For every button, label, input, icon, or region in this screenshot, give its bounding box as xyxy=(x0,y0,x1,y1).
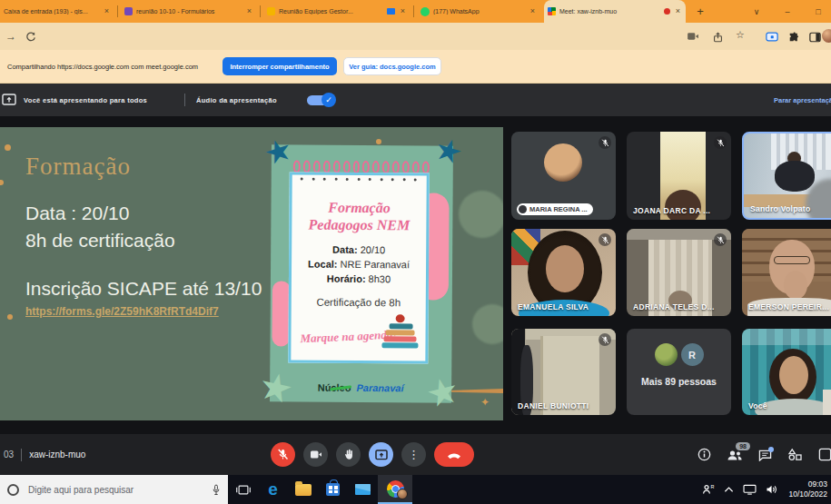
raise-hand-button[interactable] xyxy=(336,442,361,467)
tab-gmail[interactable]: Caixa de entrada (193) - gis... × xyxy=(0,0,114,23)
participant-head xyxy=(665,190,701,220)
new-tab-button[interactable]: + xyxy=(692,0,708,23)
windows-taskbar: e R xyxy=(0,475,831,504)
decor-dot xyxy=(0,180,4,185)
participant-tile-adriana[interactable]: ADRIANA TELES D... xyxy=(627,229,731,316)
mic-off-icon xyxy=(599,136,611,149)
tab-close-icon[interactable]: × xyxy=(674,7,682,15)
file-explorer-icon[interactable] xyxy=(288,475,318,504)
tab-slides[interactable]: Reunião Equipes Gestor... × xyxy=(263,0,411,23)
recording-dot-icon xyxy=(664,8,670,15)
volume-icon[interactable] xyxy=(766,484,778,495)
reload-icon[interactable] xyxy=(25,31,36,42)
white-object xyxy=(823,390,831,415)
tab-close-icon[interactable]: × xyxy=(245,7,253,15)
curtain-top-light xyxy=(742,329,831,345)
window-minimize-button[interactable]: – xyxy=(779,0,796,23)
media-control-icon[interactable] xyxy=(688,32,699,41)
participant-name: MARIA REGINA ... xyxy=(529,205,588,213)
clock-fragment: 03 xyxy=(4,450,14,460)
mini-avatar xyxy=(519,205,527,213)
microsoft-store-icon[interactable] xyxy=(318,475,348,504)
more-options-button[interactable]: ⋮ xyxy=(401,442,426,467)
participant-tile-emanuela[interactable]: EMANUELA SILVA xyxy=(511,229,616,316)
system-tray: R 09:03 10/10/2022 xyxy=(702,479,831,499)
participant-name: JOANA DARC DA ... xyxy=(633,206,710,215)
activities-icon[interactable] xyxy=(787,448,803,461)
taskbar-search[interactable] xyxy=(0,475,228,504)
people-tray-icon[interactable]: R xyxy=(702,484,715,495)
tab-close-icon[interactable]: × xyxy=(529,7,537,15)
star-icon: ★ xyxy=(261,133,296,171)
decor-dot xyxy=(376,139,381,144)
side-panel-icon[interactable] xyxy=(809,32,821,43)
tray-expand-chevron-icon[interactable] xyxy=(724,486,734,493)
host-controls-icon[interactable] xyxy=(818,448,831,461)
overflow-avatar-photo xyxy=(655,343,678,366)
view-tab-button[interactable]: Ver guia: docs.google.com xyxy=(343,57,441,75)
participants-icon[interactable]: 98 xyxy=(727,449,743,461)
meeting-details-icon[interactable] xyxy=(697,448,711,461)
tab-title: Meet: xaw-iznb-muo xyxy=(559,8,660,15)
cortana-icon xyxy=(7,484,19,496)
meeting-panel-icons: 98 xyxy=(697,434,831,475)
present-now-button[interactable] xyxy=(369,442,393,467)
tab-close-icon[interactable]: × xyxy=(399,7,407,15)
tab-meet-active[interactable]: Meet: xaw-iznb-muo × xyxy=(544,0,686,23)
slide-form-link[interactable]: https://forms.gle/2Z59hK8RfRTd4Dif7 xyxy=(25,305,219,318)
note-field: Horário: 8h30 xyxy=(292,271,426,286)
participant-name-pill: MARIA REGINA ... xyxy=(517,203,593,215)
decor-dot xyxy=(5,144,11,151)
slide-line-cert: 8h de certificação xyxy=(25,227,175,254)
taskbar-search-input[interactable] xyxy=(26,484,204,496)
note-title: Formação Pedagogos NEM xyxy=(292,198,426,233)
presentation-audio-label: Áudio da apresentação xyxy=(196,84,277,116)
call-buttons: ⋮ xyxy=(271,442,474,467)
window-maximize-button[interactable]: □ xyxy=(810,0,826,23)
stop-presenting-link[interactable]: Parar apresentação xyxy=(774,84,831,116)
pip-extension-icon[interactable] xyxy=(766,32,778,42)
slide-line-date: Data : 20/10 xyxy=(25,200,175,227)
tab-forms[interactable]: reunião 10-10 - Formulários × xyxy=(121,0,257,23)
share-icon[interactable] xyxy=(713,32,723,43)
mic-off-icon xyxy=(714,233,727,246)
network-icon[interactable] xyxy=(743,484,757,495)
tab-media-indicator xyxy=(387,8,395,15)
audio-toggle[interactable]: ✓ xyxy=(307,95,334,105)
profile-avatar[interactable] xyxy=(822,29,831,43)
note-field: Data: 20/10 xyxy=(292,242,426,257)
participant-tile-sandro[interactable]: Sandro Volpato xyxy=(742,132,831,220)
participant-tile-emerson[interactable]: EMERSON PEREIR... xyxy=(742,229,831,316)
forward-icon[interactable]: → xyxy=(5,29,16,44)
more-people-label: Mais 89 pessoas xyxy=(627,376,731,387)
tab-whatsapp[interactable]: (177) WhatsApp × xyxy=(417,0,540,23)
participant-avatar xyxy=(544,143,582,182)
slide-subscription: Inscrição SICAPE até 13/10 xyxy=(25,278,262,300)
tab-close-icon[interactable]: × xyxy=(103,7,111,15)
search-mic-icon[interactable] xyxy=(212,484,221,496)
participant-tile-joana[interactable]: JOANA DARC DA ... xyxy=(627,132,731,220)
meet-control-bar: 03 xaw-iznb-muo ⋮ xyxy=(0,434,831,475)
edge-icon[interactable]: e xyxy=(258,475,288,504)
decor-flower xyxy=(472,304,503,344)
divider xyxy=(21,449,22,461)
mic-off-button[interactable] xyxy=(271,442,295,467)
slides-favicon xyxy=(267,7,275,15)
participant-tile-daniel[interactable]: DANIEL BUNIOTTI xyxy=(511,329,616,415)
chrome-taskbar-active[interactable] xyxy=(378,475,412,504)
presented-slide: Formação Data : 20/10 8h de certificação… xyxy=(0,127,503,420)
bookmark-star-icon[interactable]: ☆ xyxy=(736,29,745,41)
overflow-tile-more-people[interactable]: R Mais 89 pessoas xyxy=(627,329,731,415)
chat-icon[interactable] xyxy=(758,449,772,461)
tab-search-chevron[interactable]: ∨ xyxy=(748,0,765,23)
participant-tile-maria[interactable]: MARIA REGINA ... xyxy=(511,132,616,220)
extensions-puzzle-icon[interactable] xyxy=(788,32,799,43)
taskbar-clock[interactable]: 09:03 10/10/2022 xyxy=(787,479,827,499)
end-call-button[interactable] xyxy=(434,442,474,467)
participant-tile-voce[interactable]: Você xyxy=(742,329,831,415)
task-view-icon[interactable] xyxy=(228,475,258,504)
stop-sharing-button[interactable]: Interromper compartilhamento xyxy=(223,57,337,75)
mail-icon[interactable] xyxy=(348,475,378,504)
camera-button[interactable] xyxy=(303,442,328,467)
svg-text:R: R xyxy=(711,484,715,489)
